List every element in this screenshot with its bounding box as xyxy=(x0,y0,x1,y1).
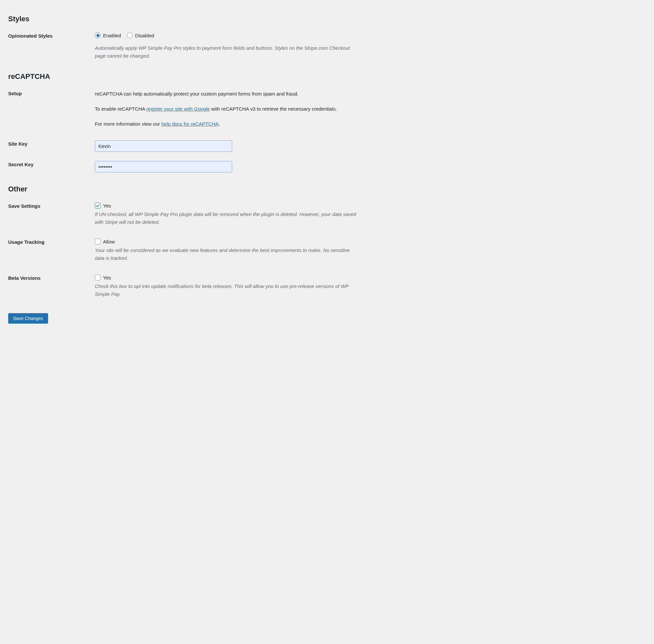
checkbox-label-save-settings: Yes xyxy=(103,203,111,208)
input-secret-key[interactable] xyxy=(95,161,232,172)
label-beta-versions: Beta Versions xyxy=(8,275,95,281)
link-register-google[interactable]: register your site with Google xyxy=(146,106,210,112)
check-icon xyxy=(96,203,100,208)
label-setup: Setup xyxy=(8,90,95,96)
save-changes-button[interactable]: Save Changes xyxy=(8,313,48,324)
row-secret-key: Secret Key xyxy=(8,161,646,172)
content-setup: reCAPTCHA can help automatically protect… xyxy=(95,90,357,128)
row-opinionated-styles: Opinionated Styles Enabled Disabled Auto… xyxy=(8,32,646,60)
section-heading-styles: Styles xyxy=(8,15,646,23)
content-secret-key xyxy=(95,161,357,172)
radio-enabled-icon xyxy=(95,32,101,38)
label-opinionated-styles: Opinionated Styles xyxy=(8,32,95,39)
setup-para3-prefix: For more information view our xyxy=(95,121,161,127)
radio-enabled[interactable]: Enabled xyxy=(95,32,121,38)
radio-disabled-label: Disabled xyxy=(135,33,154,38)
radio-disabled-icon xyxy=(127,32,133,38)
row-site-key: Site Key xyxy=(8,140,646,152)
checkbox-row-usage-tracking: Allow xyxy=(95,238,357,245)
content-beta-versions: Yes Check this box to opt into update no… xyxy=(95,275,357,298)
link-help-docs[interactable]: help docs for reCAPTCHA xyxy=(161,121,218,127)
content-opinionated-styles: Enabled Disabled Automatically apply WP … xyxy=(95,32,357,60)
setup-para3-suffix: . xyxy=(218,121,220,127)
description-save-settings: If UN-checked, all WP Simple Pay Pro plu… xyxy=(95,210,357,226)
radio-group-opinionated-styles: Enabled Disabled xyxy=(95,32,357,38)
checkbox-beta-versions[interactable] xyxy=(95,275,101,280)
row-save-settings: Save Settings Yes If UN-checked, all WP … xyxy=(8,203,646,226)
content-site-key xyxy=(95,140,357,152)
label-site-key: Site Key xyxy=(8,140,95,146)
label-save-settings: Save Settings xyxy=(8,203,95,209)
input-site-key[interactable] xyxy=(95,140,232,152)
label-secret-key: Secret Key xyxy=(8,161,95,167)
section-heading-recaptcha: reCAPTCHA xyxy=(8,72,646,81)
content-save-settings: Yes If UN-checked, all WP Simple Pay Pro… xyxy=(95,203,357,226)
checkbox-row-save-settings: Yes xyxy=(95,203,357,208)
setup-para2: To enable reCAPTCHA register your site w… xyxy=(95,105,357,113)
description-usage-tracking: Your site will be considered as we evalu… xyxy=(95,247,357,262)
checkbox-label-usage-tracking: Allow xyxy=(103,239,115,245)
row-usage-tracking: Usage Tracking Allow Your site will be c… xyxy=(8,238,646,262)
checkbox-save-settings[interactable] xyxy=(95,203,101,208)
content-usage-tracking: Allow Your site will be considered as we… xyxy=(95,238,357,262)
setup-para3: For more information view our help docs … xyxy=(95,120,357,128)
row-setup: Setup reCAPTCHA can help automatically p… xyxy=(8,90,646,128)
section-heading-other: Other xyxy=(8,185,646,193)
checkbox-usage-tracking[interactable] xyxy=(95,238,101,245)
label-usage-tracking: Usage Tracking xyxy=(8,238,95,245)
setup-para1: reCAPTCHA can help automatically protect… xyxy=(95,90,357,98)
checkbox-row-beta-versions: Yes xyxy=(95,275,357,280)
checkbox-label-beta-versions: Yes xyxy=(103,275,111,280)
description-opinionated-styles: Automatically apply WP Simple Pay Pro st… xyxy=(95,44,357,60)
radio-enabled-label: Enabled xyxy=(103,33,121,38)
description-beta-versions: Check this box to opt into update notifi… xyxy=(95,282,357,298)
row-beta-versions: Beta Versions Yes Check this box to opt … xyxy=(8,275,646,298)
setup-para2-suffix: with reCAPTCHA v3 to retrieve the necess… xyxy=(210,106,337,112)
setup-para2-prefix: To enable reCAPTCHA xyxy=(95,106,146,112)
radio-disabled[interactable]: Disabled xyxy=(127,32,154,38)
